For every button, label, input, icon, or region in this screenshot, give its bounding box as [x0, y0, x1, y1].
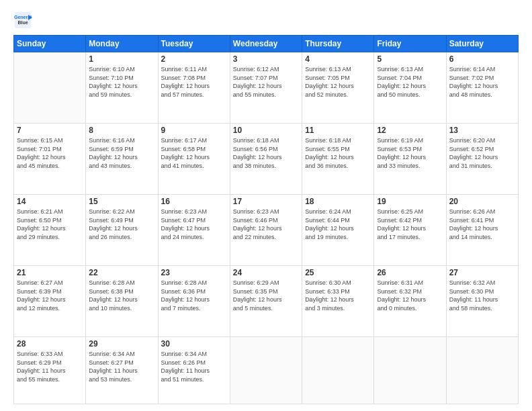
day-info: Sunrise: 6:17 AM Sunset: 6:58 PM Dayligh… — [161, 136, 227, 170]
calendar-cell — [302, 337, 374, 404]
logo-icon: General Blue — [13, 11, 32, 30]
calendar-cell: 3Sunrise: 6:12 AM Sunset: 7:07 PM Daylig… — [230, 52, 302, 124]
day-number: 16 — [161, 197, 227, 206]
day-info: Sunrise: 6:12 AM Sunset: 7:07 PM Dayligh… — [233, 65, 299, 99]
day-info: Sunrise: 6:19 AM Sunset: 6:53 PM Dayligh… — [377, 136, 443, 170]
calendar-cell: 9Sunrise: 6:17 AM Sunset: 6:58 PM Daylig… — [158, 124, 230, 195]
day-number: 3 — [233, 54, 299, 64]
calendar-header-wednesday: Wednesday — [230, 36, 302, 52]
calendar-cell — [230, 337, 302, 404]
calendar-week-4: 21Sunrise: 6:27 AM Sunset: 6:39 PM Dayli… — [14, 266, 519, 337]
day-info: Sunrise: 6:29 AM Sunset: 6:35 PM Dayligh… — [233, 279, 299, 312]
day-info: Sunrise: 6:28 AM Sunset: 6:38 PM Dayligh… — [89, 279, 154, 312]
day-number: 6 — [449, 54, 515, 64]
calendar-cell: 16Sunrise: 6:23 AM Sunset: 6:47 PM Dayli… — [158, 195, 230, 266]
day-info: Sunrise: 6:16 AM Sunset: 6:59 PM Dayligh… — [89, 136, 154, 170]
calendar-cell: 22Sunrise: 6:28 AM Sunset: 6:38 PM Dayli… — [86, 266, 158, 337]
calendar-cell: 6Sunrise: 6:14 AM Sunset: 7:02 PM Daylig… — [446, 52, 518, 124]
day-number: 28 — [17, 339, 83, 349]
calendar-cell: 24Sunrise: 6:29 AM Sunset: 6:35 PM Dayli… — [230, 266, 302, 337]
day-number: 30 — [161, 339, 227, 349]
calendar-cell: 4Sunrise: 6:13 AM Sunset: 7:05 PM Daylig… — [302, 52, 374, 124]
calendar-table: SundayMondayTuesdayWednesdayThursdayFrid… — [13, 35, 519, 404]
calendar-cell — [374, 337, 446, 404]
day-info: Sunrise: 6:21 AM Sunset: 6:50 PM Dayligh… — [17, 208, 83, 241]
day-number: 4 — [305, 54, 371, 64]
day-info: Sunrise: 6:27 AM Sunset: 6:39 PM Dayligh… — [17, 279, 83, 312]
calendar-cell: 15Sunrise: 6:22 AM Sunset: 6:49 PM Dayli… — [86, 195, 158, 266]
day-info: Sunrise: 6:30 AM Sunset: 6:33 PM Dayligh… — [305, 279, 371, 312]
calendar-header-saturday: Saturday — [446, 36, 518, 52]
day-number: 12 — [377, 126, 443, 135]
day-number: 18 — [305, 197, 371, 206]
day-number: 29 — [89, 339, 154, 349]
header: General Blue — [13, 11, 519, 30]
day-number: 7 — [17, 126, 83, 135]
day-info: Sunrise: 6:18 AM Sunset: 6:56 PM Dayligh… — [233, 136, 299, 170]
calendar-cell: 10Sunrise: 6:18 AM Sunset: 6:56 PM Dayli… — [230, 124, 302, 195]
calendar-cell: 29Sunrise: 6:34 AM Sunset: 6:27 PM Dayli… — [86, 337, 158, 404]
day-number: 15 — [89, 197, 154, 206]
calendar-cell: 14Sunrise: 6:21 AM Sunset: 6:50 PM Dayli… — [14, 195, 86, 266]
day-number: 27 — [449, 268, 515, 277]
day-info: Sunrise: 6:24 AM Sunset: 6:44 PM Dayligh… — [305, 208, 371, 241]
day-info: Sunrise: 6:34 AM Sunset: 6:26 PM Dayligh… — [161, 350, 227, 383]
day-info: Sunrise: 6:20 AM Sunset: 6:52 PM Dayligh… — [449, 136, 515, 170]
calendar-week-2: 7Sunrise: 6:15 AM Sunset: 7:01 PM Daylig… — [14, 124, 519, 195]
calendar-header-friday: Friday — [374, 36, 446, 52]
day-number: 2 — [161, 54, 227, 64]
day-info: Sunrise: 6:18 AM Sunset: 6:55 PM Dayligh… — [305, 136, 371, 170]
calendar-week-5: 28Sunrise: 6:33 AM Sunset: 6:29 PM Dayli… — [14, 337, 519, 404]
calendar-week-3: 14Sunrise: 6:21 AM Sunset: 6:50 PM Dayli… — [14, 195, 519, 266]
calendar-cell: 25Sunrise: 6:30 AM Sunset: 6:33 PM Dayli… — [302, 266, 374, 337]
day-info: Sunrise: 6:31 AM Sunset: 6:32 PM Dayligh… — [377, 279, 443, 312]
calendar-header-tuesday: Tuesday — [158, 36, 230, 52]
day-info: Sunrise: 6:25 AM Sunset: 6:42 PM Dayligh… — [377, 208, 443, 241]
day-number: 14 — [17, 197, 83, 206]
calendar-cell: 26Sunrise: 6:31 AM Sunset: 6:32 PM Dayli… — [374, 266, 446, 337]
day-info: Sunrise: 6:34 AM Sunset: 6:27 PM Dayligh… — [89, 350, 154, 383]
day-number: 9 — [161, 126, 227, 135]
calendar-header-thursday: Thursday — [302, 36, 374, 52]
calendar-cell: 20Sunrise: 6:26 AM Sunset: 6:41 PM Dayli… — [446, 195, 518, 266]
calendar-header-row: SundayMondayTuesdayWednesdayThursdayFrid… — [14, 36, 519, 52]
calendar-header-sunday: Sunday — [14, 36, 86, 52]
day-number: 21 — [17, 268, 83, 277]
day-info: Sunrise: 6:14 AM Sunset: 7:02 PM Dayligh… — [449, 65, 515, 99]
day-info: Sunrise: 6:26 AM Sunset: 6:41 PM Dayligh… — [449, 208, 515, 241]
day-info: Sunrise: 6:23 AM Sunset: 6:47 PM Dayligh… — [161, 208, 227, 241]
day-info: Sunrise: 6:15 AM Sunset: 7:01 PM Dayligh… — [17, 136, 83, 170]
day-info: Sunrise: 6:10 AM Sunset: 7:10 PM Dayligh… — [89, 65, 154, 99]
day-number: 11 — [305, 126, 371, 135]
day-info: Sunrise: 6:28 AM Sunset: 6:36 PM Dayligh… — [161, 279, 227, 312]
calendar-cell: 30Sunrise: 6:34 AM Sunset: 6:26 PM Dayli… — [158, 337, 230, 404]
day-number: 1 — [89, 54, 154, 64]
calendar-cell: 11Sunrise: 6:18 AM Sunset: 6:55 PM Dayli… — [302, 124, 374, 195]
calendar-week-1: 1Sunrise: 6:10 AM Sunset: 7:10 PM Daylig… — [14, 52, 519, 124]
calendar-cell: 23Sunrise: 6:28 AM Sunset: 6:36 PM Dayli… — [158, 266, 230, 337]
day-number: 24 — [233, 268, 299, 277]
day-number: 19 — [377, 197, 443, 206]
day-info: Sunrise: 6:11 AM Sunset: 7:08 PM Dayligh… — [161, 65, 227, 99]
day-info: Sunrise: 6:13 AM Sunset: 7:05 PM Dayligh… — [305, 65, 371, 99]
day-number: 25 — [305, 268, 371, 277]
day-info: Sunrise: 6:32 AM Sunset: 6:30 PM Dayligh… — [449, 279, 515, 312]
page: General Blue SundayMondayTuesdayWednesda… — [0, 0, 532, 411]
calendar-cell — [14, 52, 86, 124]
day-number: 23 — [161, 268, 227, 277]
calendar-cell: 17Sunrise: 6:23 AM Sunset: 6:46 PM Dayli… — [230, 195, 302, 266]
day-number: 17 — [233, 197, 299, 206]
calendar-header-monday: Monday — [86, 36, 158, 52]
calendar-cell: 19Sunrise: 6:25 AM Sunset: 6:42 PM Dayli… — [374, 195, 446, 266]
calendar-cell: 12Sunrise: 6:19 AM Sunset: 6:53 PM Dayli… — [374, 124, 446, 195]
calendar-cell: 21Sunrise: 6:27 AM Sunset: 6:39 PM Dayli… — [14, 266, 86, 337]
day-number: 20 — [449, 197, 515, 206]
calendar-cell: 27Sunrise: 6:32 AM Sunset: 6:30 PM Dayli… — [446, 266, 518, 337]
calendar-cell: 13Sunrise: 6:20 AM Sunset: 6:52 PM Dayli… — [446, 124, 518, 195]
day-number: 26 — [377, 268, 443, 277]
svg-text:Blue: Blue — [17, 20, 28, 25]
day-info: Sunrise: 6:33 AM Sunset: 6:29 PM Dayligh… — [17, 350, 83, 383]
calendar-cell — [446, 337, 518, 404]
day-info: Sunrise: 6:13 AM Sunset: 7:04 PM Dayligh… — [377, 65, 443, 99]
logo: General Blue — [13, 11, 35, 30]
